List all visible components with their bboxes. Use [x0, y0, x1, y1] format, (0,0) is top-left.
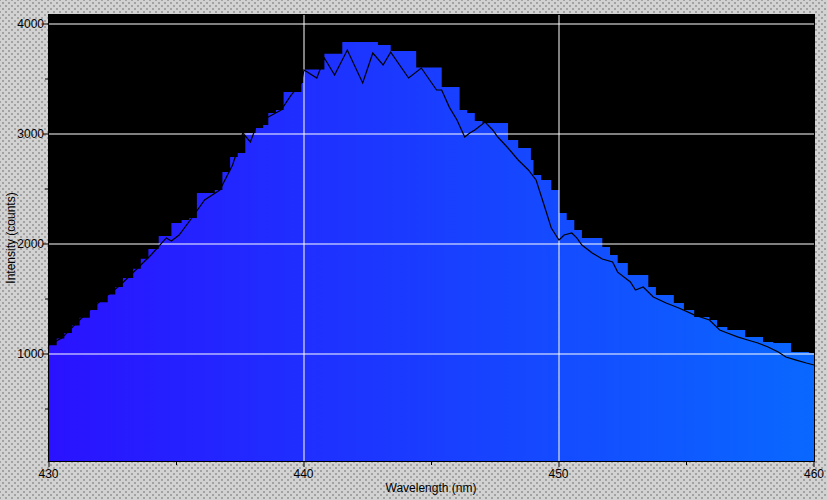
x-axis-title: Wavelength (nm)	[386, 481, 477, 495]
x-axis-tick-label-460: 460	[804, 467, 824, 481]
x-axis-tick-label-430: 430	[38, 467, 58, 481]
y-axis-tick-label-2000: 2000	[17, 237, 44, 251]
y-axis-tick-label-1000: 1000	[17, 347, 44, 361]
y-axis-title: Intensity (counts)	[4, 192, 18, 283]
y-axis-tick-label-3000: 3000	[17, 127, 44, 141]
x-axis-tick-label-440: 440	[293, 467, 313, 481]
spectrum-chart: 4000 3000 2000 1000 430 440 450 460 Wave…	[0, 0, 827, 500]
x-axis-tick-label-450: 450	[548, 467, 568, 481]
y-axis-tick-label-4000: 4000	[17, 17, 44, 31]
spectrometer-window: { "chart_data": { "type": "area", "title…	[0, 0, 827, 500]
